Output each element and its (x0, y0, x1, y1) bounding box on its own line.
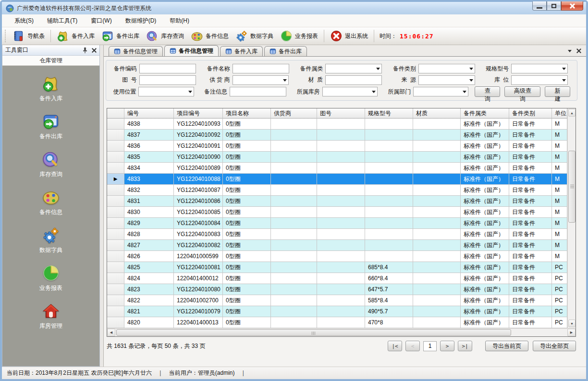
table-row[interactable]: 482212204010027000型圈585*8.4标准件（国产）日常备件PC (107, 295, 576, 306)
scroll-up-button[interactable]: ▲ (568, 109, 576, 117)
column-header[interactable]: 规格型号 (365, 108, 413, 119)
menu-item[interactable]: 帮助(H) (164, 15, 195, 27)
text-field[interactable] (139, 64, 196, 73)
row-selector-cell[interactable] (107, 196, 124, 207)
tab-备件出库[interactable]: 备件出库 (264, 46, 307, 56)
dropdown-field[interactable] (511, 64, 568, 73)
toolbar-button-data-dictionary[interactable]: 数据字典 (232, 28, 277, 44)
row-selector-cell[interactable] (107, 185, 124, 196)
menu-item[interactable]: 数据维护(D) (120, 15, 162, 27)
table-row[interactable]: 4829YG122040100840型圈标准件（国产）日常备件M (107, 218, 576, 229)
row-selector-cell[interactable] (107, 273, 124, 284)
tab-list-chevron-down-icon[interactable] (568, 50, 572, 52)
table-row[interactable]: 482012204014000130型圈470*8标准件（国产）日常备件PC (107, 317, 576, 328)
text-field[interactable] (230, 87, 286, 96)
table-row[interactable]: ▶4833YG122040100880型圈标准件（国产）日常备件M (107, 174, 576, 185)
column-header[interactable]: 单位 (552, 108, 567, 119)
row-selector-cell[interactable] (107, 306, 124, 317)
column-header[interactable]: 材质 (413, 108, 461, 119)
row-selector-cell[interactable] (107, 152, 124, 163)
dropdown-field[interactable] (233, 75, 289, 85)
sidebar-item-inventory-query[interactable]: 库存查询 (39, 150, 62, 179)
table-row[interactable]: 482612204010005990型圈标准件（国产）日常备件M (107, 251, 576, 262)
sidebar-item-business-report[interactable]: 业务报表 (39, 264, 62, 292)
sidebar-item-parts-out[interactable]: 备件出库 (39, 112, 62, 141)
page-number-input[interactable] (423, 341, 437, 351)
tool-window-close-icon[interactable] (92, 48, 97, 53)
vertical-scrollbar-thumb[interactable] (568, 151, 576, 223)
scroll-left-button[interactable]: ◀ (107, 329, 115, 336)
next-page-button[interactable]: > (440, 341, 454, 351)
maximize-button[interactable] (547, 1, 561, 11)
advanced-query-button[interactable]: 高级查询 (504, 86, 540, 97)
row-selector-cell[interactable] (107, 284, 124, 295)
toolbar-button-parts-out[interactable]: 备件出库 (98, 28, 143, 44)
column-header[interactable]: 编号 (124, 108, 174, 119)
row-selector-cell[interactable] (107, 295, 124, 306)
table-row[interactable]: 4832YG122040100870型圈标准件（国产）日常备件M (107, 185, 576, 196)
new-button[interactable]: 新建 (545, 86, 570, 97)
text-field[interactable] (233, 64, 289, 73)
query-button[interactable]: 查询 (475, 86, 500, 97)
dropdown-field[interactable] (138, 87, 194, 96)
row-selector-cell[interactable] (107, 251, 124, 262)
pin-icon[interactable] (82, 47, 88, 53)
table-row[interactable]: 4834YG122040100890型圈标准件（国产）日常备件M (107, 163, 576, 174)
row-selector-cell[interactable] (107, 229, 124, 240)
menu-item[interactable]: 窗口(W) (85, 15, 117, 27)
toolbar-button-inventory-query[interactable]: 库存查询 (143, 28, 187, 44)
export-all-pages-button[interactable]: 导出全部页 (533, 341, 576, 351)
row-selector-cell[interactable] (107, 317, 124, 328)
text-field[interactable] (325, 75, 382, 85)
first-page-button[interactable]: |< (388, 341, 402, 351)
dropdown-field[interactable] (418, 64, 475, 73)
column-header[interactable]: 项目名称 (223, 108, 271, 119)
sidebar-item-warehouse[interactable]: 库房管理 (39, 302, 62, 330)
row-selector-cell[interactable] (107, 130, 124, 141)
column-header[interactable]: 备件类别 (509, 108, 552, 119)
table-row[interactable]: 4838YG122040100930型圈标准件（国产）日常备件M (107, 119, 576, 130)
table-row[interactable]: 4835YG122040100900型圈标准件（国产）日常备件M (107, 152, 576, 163)
table-row[interactable]: 4825YG122040100810型圈685*8.4标准件（国产）日常备件PC (107, 262, 576, 273)
tab-备件信息管理-active[interactable]: 备件信息管理 (164, 45, 219, 56)
toolbar-grip-icon[interactable] (5, 30, 7, 42)
table-row[interactable]: 4821YG122040100790型圈490*5.7标准件（国产）日常备件PC (107, 306, 576, 317)
toolbar-button-navbar[interactable]: 导航条 (9, 28, 48, 44)
row-selector-cell[interactable] (107, 119, 124, 130)
dropdown-field[interactable] (413, 87, 468, 96)
tab-备件入库[interactable]: 备件入库 (220, 46, 263, 56)
sidebar-group-title[interactable]: 仓库管理 (2, 56, 99, 66)
close-button[interactable] (561, 1, 583, 11)
sidebar-item-data-dictionary[interactable]: 数据字典 (39, 226, 62, 254)
horizontal-scrollbar-thumb[interactable] (116, 329, 511, 336)
column-header[interactable]: 供货商 (271, 108, 317, 119)
table-row[interactable]: 4837YG122040100920型圈标准件（国产）日常备件M (107, 130, 576, 141)
tab-备件信息管理[interactable]: 备件信息管理 (109, 46, 163, 56)
table-row[interactable]: 4823YG122040100800型圈647*5.7标准件（国产）日常备件PC (107, 284, 576, 295)
vertical-scrollbar[interactable]: ▲ ▼ (567, 108, 576, 328)
scroll-down-button[interactable]: ▼ (568, 320, 576, 327)
row-selector-cell[interactable]: ▶ (107, 174, 124, 185)
row-selector-cell[interactable] (107, 218, 124, 229)
table-row[interactable]: 4830YG122040100850型圈标准件（国产）日常备件M (107, 207, 576, 218)
table-row[interactable]: 4828YG122040100830型圈标准件（国产）日常备件M (107, 229, 576, 240)
row-selector-cell[interactable] (107, 262, 124, 273)
scroll-right-button[interactable]: ▶ (567, 329, 576, 336)
prev-page-button[interactable]: < (405, 341, 420, 351)
horizontal-scrollbar[interactable]: ◀ ▶ (107, 328, 576, 336)
text-field[interactable] (139, 75, 196, 85)
row-selector-cell[interactable] (107, 163, 124, 174)
toolbar-button-parts-info[interactable]: 备件信息 (187, 28, 232, 44)
column-header[interactable]: 项目编号 (174, 108, 223, 119)
export-current-page-button[interactable]: 导出当前页 (485, 341, 528, 351)
minimize-button[interactable] (532, 1, 547, 11)
sidebar-item-parts-in[interactable]: 备件入库 (39, 74, 62, 103)
dropdown-field[interactable] (418, 75, 475, 85)
menu-item[interactable]: 辅助工具(T) (41, 15, 83, 27)
toolbar-button-business-report[interactable]: 业务报表 (277, 28, 321, 44)
last-page-button[interactable]: >| (458, 341, 472, 351)
sidebar-item-parts-info[interactable]: 备件信息 (39, 188, 62, 216)
row-selector-cell[interactable] (107, 141, 124, 152)
row-selector-cell[interactable] (107, 240, 124, 251)
column-header[interactable]: 图号 (317, 108, 365, 119)
